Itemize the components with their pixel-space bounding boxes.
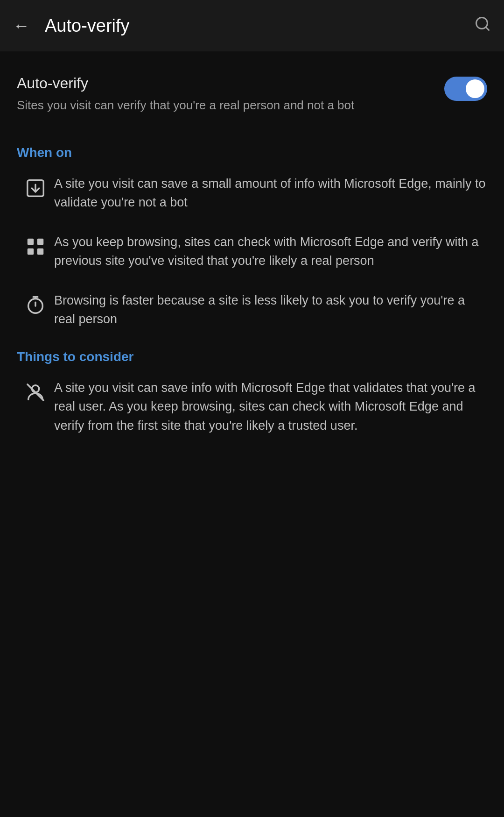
feature-text-2: As you keep browsing, sites can check wi… [54, 233, 487, 270]
feature-text-1: A site you visit can save a small amount… [54, 174, 487, 212]
svg-rect-4 [28, 238, 34, 244]
svg-line-13 [28, 384, 44, 400]
toggle-text: Auto-verify Sites you visit can verify t… [17, 75, 444, 114]
toggle-description: Sites you visit can verify that you're a… [17, 97, 433, 114]
feature-text-3: Browsing is faster because a site is les… [54, 291, 487, 329]
app-bar-left: ← Auto-verify [13, 16, 130, 36]
feature-text-4: A site you visit can save info with Micr… [54, 378, 487, 435]
timer-icon [23, 293, 48, 317]
content-area: Auto-verify Sites you visit can verify t… [0, 51, 504, 483]
auto-verify-toggle-section: Auto-verify Sites you visit can verify t… [17, 65, 487, 128]
search-icon[interactable] [474, 15, 491, 36]
svg-rect-6 [28, 249, 34, 255]
auto-verify-toggle[interactable] [444, 77, 487, 101]
toggle-thumb [466, 79, 484, 98]
privacy-icon [23, 380, 48, 405]
when-on-header: When on [17, 145, 487, 160]
svg-line-1 [486, 27, 489, 30]
svg-rect-5 [37, 238, 43, 244]
feature-item: As you keep browsing, sites can check wi… [17, 233, 487, 270]
page-title: Auto-verify [45, 16, 130, 36]
svg-rect-7 [37, 249, 43, 255]
toggle-title: Auto-verify [17, 75, 433, 92]
feature-item: A site you visit can save a small amount… [17, 174, 487, 212]
back-icon[interactable]: ← [13, 16, 30, 36]
grid-icon [23, 234, 48, 259]
app-bar: ← Auto-verify [0, 0, 504, 51]
things-to-consider-header: Things to consider [17, 349, 487, 364]
save-icon [23, 176, 48, 200]
feature-item: A site you visit can save info with Micr… [17, 378, 487, 435]
feature-item: Browsing is faster because a site is les… [17, 291, 487, 329]
